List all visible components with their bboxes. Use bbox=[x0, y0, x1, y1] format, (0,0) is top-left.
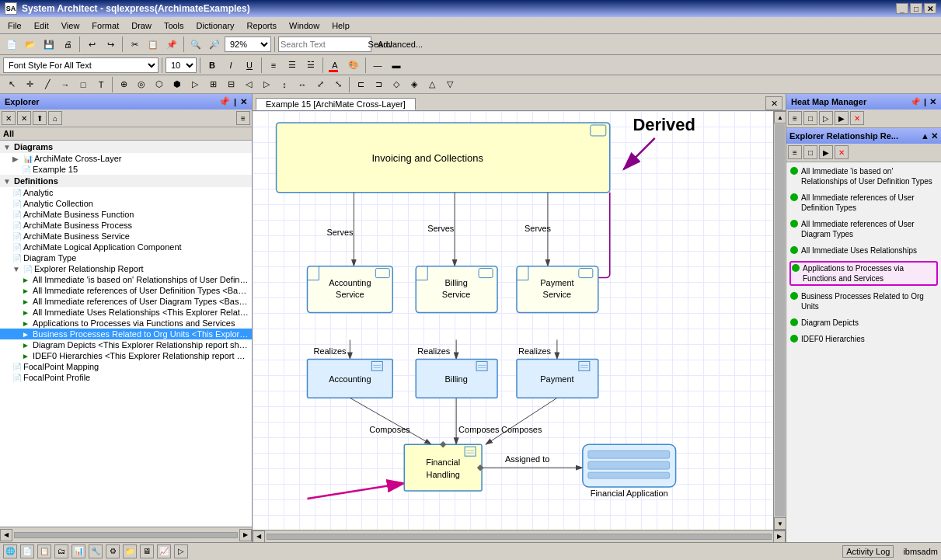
vertical-scrollbar[interactable]: ▲ ▼ bbox=[773, 111, 786, 530]
print-button[interactable]: 🖨 bbox=[59, 36, 76, 53]
menu-edit[interactable]: Edit bbox=[30, 20, 54, 31]
redo-button[interactable]: ↪ bbox=[102, 36, 119, 53]
line-tool[interactable]: ╱ bbox=[39, 76, 56, 93]
scroll-thumb-v[interactable] bbox=[775, 124, 785, 517]
menu-reports[interactable]: Reports bbox=[242, 20, 281, 31]
line-color-button[interactable]: ▬ bbox=[388, 57, 405, 74]
horizontal-scrollbar[interactable]: ◀ ▶ bbox=[253, 530, 786, 542]
scroll-track-h[interactable] bbox=[14, 532, 238, 538]
diagram-tab-active[interactable]: Example 15 [ArchiMate Cross-Layer] bbox=[256, 98, 416, 110]
scroll-thumb-h[interactable] bbox=[267, 534, 772, 540]
hm-btn3[interactable]: ▷ bbox=[819, 111, 833, 125]
scroll-down-button[interactable]: ▼ bbox=[774, 517, 786, 530]
tree-focalpoint-profile[interactable]: 📄 FocalPoint Profile bbox=[0, 372, 252, 383]
draw-btn16[interactable]: ◇ bbox=[388, 76, 405, 93]
rel-btn2[interactable]: □ bbox=[803, 145, 817, 159]
status-btn2[interactable]: 📄 bbox=[20, 544, 34, 558]
menu-format[interactable]: Format bbox=[87, 20, 124, 31]
status-btn11[interactable]: ▷ bbox=[174, 544, 188, 558]
tree-rel-2[interactable]: ► All Immediate references of User Defin… bbox=[0, 285, 252, 296]
rel-item-4[interactable]: All Immediate Uses Relationships bbox=[789, 245, 938, 256]
draw-btn6[interactable]: ⊞ bbox=[204, 76, 221, 93]
rel-item-5[interactable]: Applications to Processes via Functions … bbox=[789, 261, 938, 286]
tree-biz-service[interactable]: 📄 ArchiMate Business Service bbox=[0, 231, 252, 242]
menu-file[interactable]: File bbox=[3, 20, 26, 31]
draw-btn14[interactable]: ⊏ bbox=[352, 76, 369, 93]
rel-item-3[interactable]: All Immediate references of User Diagram… bbox=[789, 218, 938, 240]
rel-btn3[interactable]: ▶ bbox=[819, 145, 833, 159]
exp-fwd-button[interactable]: ✕ bbox=[17, 111, 31, 125]
scroll-right2-button[interactable]: ▶ bbox=[773, 530, 786, 543]
line-button[interactable]: — bbox=[369, 57, 386, 74]
rel-item-2[interactable]: All Immediate references of User Definit… bbox=[789, 192, 938, 214]
exp-up-button[interactable]: ⬆ bbox=[33, 111, 47, 125]
menu-window[interactable]: Window bbox=[284, 20, 324, 31]
rel-btn1[interactable]: ≡ bbox=[788, 145, 802, 159]
scroll-left2-button[interactable]: ◀ bbox=[253, 530, 265, 543]
align-right-button[interactable]: ☱ bbox=[302, 57, 319, 74]
status-btn7[interactable]: ⚙ bbox=[106, 544, 120, 558]
exp-home-button[interactable]: ⌂ bbox=[48, 111, 62, 125]
maximize-button[interactable]: □ bbox=[910, 3, 922, 14]
cut-button[interactable]: ✂ bbox=[126, 36, 143, 53]
hm-btn4[interactable]: ▶ bbox=[835, 111, 849, 125]
menu-dictionary[interactable]: Dictionary bbox=[192, 20, 239, 31]
tree-biz-process[interactable]: 📄 ArchiMate Business Process bbox=[0, 220, 252, 231]
tree-analytic[interactable]: 📄 Analytic bbox=[0, 187, 252, 198]
menu-view[interactable]: View bbox=[57, 20, 85, 31]
tree-rel-8[interactable]: ► IDEF0 Hierarchies <This Explorer Relat… bbox=[0, 350, 252, 361]
tree-rel-7[interactable]: ► Diagram Depicts <This Explorer Relatio… bbox=[0, 339, 252, 350]
draw-btn2[interactable]: ◎ bbox=[133, 76, 150, 93]
tree-example15[interactable]: 📄 Example 15 bbox=[0, 164, 252, 175]
tree-app-component[interactable]: 📄 ArchiMate Logical Application Componen… bbox=[0, 242, 252, 252]
arrow-tool[interactable]: → bbox=[57, 76, 74, 93]
status-btn8[interactable]: 📁 bbox=[123, 544, 137, 558]
zoom-in-button[interactable]: 🔍 bbox=[187, 36, 204, 53]
rel-item-7[interactable]: Diagram Depicts bbox=[789, 317, 938, 329]
new-button[interactable]: 📄 bbox=[3, 36, 20, 53]
status-btn5[interactable]: 📊 bbox=[71, 544, 85, 558]
draw-btn3[interactable]: ⬡ bbox=[151, 76, 168, 93]
draw-btn7[interactable]: ⊟ bbox=[222, 76, 239, 93]
tree-diagram-type[interactable]: 📄 Diagram Type bbox=[0, 252, 252, 263]
draw-btn1[interactable]: ⊕ bbox=[115, 76, 132, 93]
rel-item-8[interactable]: IDEF0 Hierarchies bbox=[789, 333, 938, 345]
paste-button[interactable]: 📌 bbox=[163, 36, 180, 53]
tree-analytic-collection[interactable]: 📄 Analytic Collection bbox=[0, 198, 252, 209]
draw-btn19[interactable]: ▽ bbox=[441, 76, 458, 93]
rel-panel-close-icon[interactable]: ✕ bbox=[931, 131, 938, 141]
status-btn9[interactable]: 🖥 bbox=[140, 544, 154, 558]
menu-tools[interactable]: Tools bbox=[159, 20, 189, 31]
tree-rel-5[interactable]: ► Applications to Processes via Function… bbox=[0, 318, 252, 329]
font-size-combo[interactable]: 10 8 12 bbox=[166, 57, 197, 73]
hm-btn1[interactable]: ≡ bbox=[788, 111, 802, 125]
activity-log-button[interactable]: Activity Log bbox=[842, 545, 894, 558]
rel-item-6[interactable]: Business Processes Related to Org Units bbox=[789, 290, 938, 312]
tree-rel-1[interactable]: ► All Immediate 'is based on' Relationsh… bbox=[0, 274, 252, 285]
draw-btn11[interactable]: ↔ bbox=[294, 76, 311, 93]
draw-btn9[interactable]: ▷ bbox=[258, 76, 275, 93]
rect-tool[interactable]: □ bbox=[75, 76, 92, 93]
draw-btn12[interactable]: ⤢ bbox=[312, 76, 329, 93]
scroll-right-button[interactable]: ▶ bbox=[239, 529, 252, 541]
zoom-out-button[interactable]: 🔎 bbox=[206, 36, 223, 53]
draw-btn18[interactable]: △ bbox=[423, 76, 441, 93]
tree-rel-3[interactable]: ► All Immediate references of User Diagr… bbox=[0, 296, 252, 307]
select-tool[interactable]: ↖ bbox=[3, 76, 20, 93]
bold-button[interactable]: B bbox=[204, 57, 221, 74]
hm-btn5[interactable]: ✕ bbox=[850, 111, 864, 125]
status-btn3[interactable]: 📋 bbox=[37, 544, 51, 558]
rel-btn4[interactable]: ✕ bbox=[835, 145, 849, 159]
exp-back-button[interactable]: ✕ bbox=[2, 111, 16, 125]
text-tool[interactable]: T bbox=[92, 76, 110, 93]
heat-map-pin-icon[interactable]: 📌 bbox=[910, 97, 921, 107]
explorer-pin-icon[interactable]: 📌 bbox=[218, 96, 230, 107]
status-btn10[interactable]: 📈 bbox=[157, 544, 171, 558]
pointer-tool[interactable]: ✛ bbox=[21, 76, 38, 93]
align-left-button[interactable]: ≡ bbox=[265, 57, 282, 74]
align-center-button[interactable]: ☰ bbox=[284, 57, 301, 74]
fill-color-button[interactable]: 🎨 bbox=[345, 57, 362, 74]
save-button[interactable]: 💾 bbox=[40, 36, 58, 53]
tree-archimate-crosslayer[interactable]: ▶ 📊 ArchiMate Cross-Layer bbox=[0, 153, 252, 164]
tree-rel-4[interactable]: ► All Immediate Uses Relationships <This… bbox=[0, 307, 252, 318]
